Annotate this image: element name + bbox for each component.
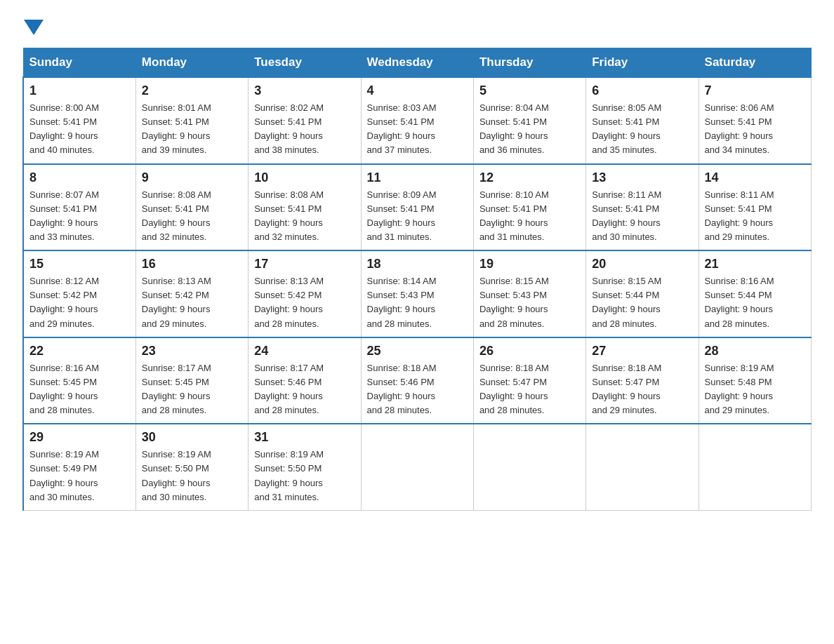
col-header-wednesday: Wednesday [361, 48, 473, 78]
day-info: Sunrise: 8:09 AMSunset: 5:41 PMDaylight:… [367, 189, 437, 242]
day-number: 7 [705, 83, 805, 98]
col-header-sunday: Sunday [23, 48, 135, 78]
day-number: 12 [479, 170, 580, 185]
day-info: Sunrise: 8:07 AMSunset: 5:41 PMDaylight:… [29, 189, 99, 242]
day-number: 18 [367, 257, 468, 271]
calendar-cell: 8 Sunrise: 8:07 AMSunset: 5:41 PMDayligh… [23, 164, 135, 251]
day-number: 17 [254, 257, 355, 271]
day-info: Sunrise: 8:14 AMSunset: 5:43 PMDaylight:… [367, 276, 437, 328]
day-info: Sunrise: 8:06 AMSunset: 5:41 PMDaylight:… [705, 102, 774, 155]
calendar-cell: 6 Sunrise: 8:05 AMSunset: 5:41 PMDayligh… [586, 77, 699, 164]
day-number: 5 [479, 83, 580, 98]
calendar-cell: 26 Sunrise: 8:18 AMSunset: 5:47 PMDaylig… [473, 337, 585, 424]
day-number: 14 [705, 170, 805, 185]
calendar-cell: 22 Sunrise: 8:16 AMSunset: 5:45 PMDaylig… [23, 337, 135, 424]
day-number: 10 [254, 170, 355, 185]
calendar-cell: 24 Sunrise: 8:17 AMSunset: 5:46 PMDaylig… [249, 337, 361, 424]
day-number: 22 [29, 344, 130, 358]
day-info: Sunrise: 8:08 AMSunset: 5:41 PMDaylight:… [254, 189, 324, 242]
day-info: Sunrise: 8:13 AMSunset: 5:42 PMDaylight:… [142, 276, 211, 328]
calendar-cell: 2 Sunrise: 8:01 AMSunset: 5:41 PMDayligh… [135, 77, 248, 164]
day-number: 28 [705, 344, 805, 358]
page-header [22, 17, 812, 34]
calendar-week-1: 1 Sunrise: 8:00 AMSunset: 5:41 PMDayligh… [23, 77, 812, 164]
calendar-cell: 17 Sunrise: 8:13 AMSunset: 5:42 PMDaylig… [249, 250, 361, 337]
day-info: Sunrise: 8:15 AMSunset: 5:43 PMDaylight:… [479, 276, 549, 328]
col-header-friday: Friday [586, 48, 699, 78]
day-info: Sunrise: 8:16 AMSunset: 5:45 PMDaylight:… [29, 363, 99, 415]
day-info: Sunrise: 8:15 AMSunset: 5:44 PMDaylight:… [592, 276, 661, 328]
calendar-cell: 4 Sunrise: 8:03 AMSunset: 5:41 PMDayligh… [361, 77, 473, 164]
day-number: 30 [142, 430, 242, 445]
calendar-cell: 21 Sunrise: 8:16 AMSunset: 5:44 PMDaylig… [699, 250, 811, 337]
logo-triangle-icon [24, 20, 44, 35]
day-number: 31 [254, 430, 355, 445]
day-number: 2 [142, 83, 242, 98]
calendar-cell: 25 Sunrise: 8:18 AMSunset: 5:46 PMDaylig… [361, 337, 473, 424]
day-number: 8 [29, 170, 130, 185]
day-number: 16 [142, 257, 242, 271]
calendar-cell: 16 Sunrise: 8:13 AMSunset: 5:42 PMDaylig… [135, 250, 248, 337]
calendar-week-2: 8 Sunrise: 8:07 AMSunset: 5:41 PMDayligh… [23, 164, 812, 251]
day-info: Sunrise: 8:18 AMSunset: 5:47 PMDaylight:… [592, 363, 661, 415]
day-info: Sunrise: 8:19 AMSunset: 5:48 PMDaylight:… [705, 363, 774, 415]
day-info: Sunrise: 8:08 AMSunset: 5:41 PMDaylight:… [142, 189, 211, 242]
logo [22, 17, 44, 34]
day-number: 25 [367, 344, 468, 358]
day-info: Sunrise: 8:03 AMSunset: 5:41 PMDaylight:… [367, 102, 437, 155]
day-info: Sunrise: 8:19 AMSunset: 5:49 PMDaylight:… [29, 449, 99, 502]
calendar-cell [699, 424, 811, 510]
day-info: Sunrise: 8:17 AMSunset: 5:46 PMDaylight:… [254, 363, 324, 415]
day-number: 20 [592, 257, 692, 271]
day-info: Sunrise: 8:00 AMSunset: 5:41 PMDaylight:… [29, 102, 99, 155]
calendar-cell [361, 424, 473, 510]
calendar-table: SundayMondayTuesdayWednesdayThursdayFrid… [22, 48, 812, 511]
day-number: 29 [29, 430, 130, 445]
day-info: Sunrise: 8:13 AMSunset: 5:42 PMDaylight:… [254, 276, 324, 328]
day-info: Sunrise: 8:18 AMSunset: 5:46 PMDaylight:… [367, 363, 437, 415]
day-info: Sunrise: 8:12 AMSunset: 5:42 PMDaylight:… [29, 276, 99, 328]
calendar-cell: 31 Sunrise: 8:19 AMSunset: 5:50 PMDaylig… [249, 424, 361, 510]
calendar-header: SundayMondayTuesdayWednesdayThursdayFrid… [23, 48, 812, 78]
calendar-cell: 15 Sunrise: 8:12 AMSunset: 5:42 PMDaylig… [23, 250, 135, 337]
calendar-week-4: 22 Sunrise: 8:16 AMSunset: 5:45 PMDaylig… [23, 337, 812, 424]
col-header-thursday: Thursday [473, 48, 585, 78]
day-info: Sunrise: 8:01 AMSunset: 5:41 PMDaylight:… [142, 102, 211, 155]
calendar-cell: 14 Sunrise: 8:11 AMSunset: 5:41 PMDaylig… [699, 164, 811, 251]
day-number: 11 [367, 170, 468, 185]
day-number: 24 [254, 344, 355, 358]
day-number: 6 [592, 83, 692, 98]
calendar-cell: 18 Sunrise: 8:14 AMSunset: 5:43 PMDaylig… [361, 250, 473, 337]
day-info: Sunrise: 8:02 AMSunset: 5:41 PMDaylight:… [254, 102, 324, 155]
day-number: 3 [254, 83, 355, 98]
day-number: 1 [29, 83, 130, 98]
calendar-cell: 27 Sunrise: 8:18 AMSunset: 5:47 PMDaylig… [586, 337, 699, 424]
calendar-cell [473, 424, 585, 510]
col-header-tuesday: Tuesday [249, 48, 361, 78]
day-info: Sunrise: 8:17 AMSunset: 5:45 PMDaylight:… [142, 363, 211, 415]
day-number: 13 [592, 170, 692, 185]
day-info: Sunrise: 8:11 AMSunset: 5:41 PMDaylight:… [592, 189, 661, 242]
calendar-cell [586, 424, 699, 510]
calendar-week-3: 15 Sunrise: 8:12 AMSunset: 5:42 PMDaylig… [23, 250, 812, 337]
calendar-cell: 12 Sunrise: 8:10 AMSunset: 5:41 PMDaylig… [473, 164, 585, 251]
day-number: 9 [142, 170, 242, 185]
day-info: Sunrise: 8:10 AMSunset: 5:41 PMDaylight:… [479, 189, 549, 242]
col-header-saturday: Saturday [699, 48, 811, 78]
calendar-cell: 13 Sunrise: 8:11 AMSunset: 5:41 PMDaylig… [586, 164, 699, 251]
col-header-monday: Monday [135, 48, 248, 78]
day-info: Sunrise: 8:18 AMSunset: 5:47 PMDaylight:… [479, 363, 549, 415]
calendar-cell: 30 Sunrise: 8:19 AMSunset: 5:50 PMDaylig… [135, 424, 248, 510]
calendar-cell: 5 Sunrise: 8:04 AMSunset: 5:41 PMDayligh… [473, 77, 585, 164]
calendar-cell: 7 Sunrise: 8:06 AMSunset: 5:41 PMDayligh… [699, 77, 811, 164]
day-number: 27 [592, 344, 692, 358]
calendar-cell: 29 Sunrise: 8:19 AMSunset: 5:49 PMDaylig… [23, 424, 135, 510]
calendar-cell: 19 Sunrise: 8:15 AMSunset: 5:43 PMDaylig… [473, 250, 585, 337]
day-number: 4 [367, 83, 468, 98]
day-number: 21 [705, 257, 805, 271]
calendar-cell: 20 Sunrise: 8:15 AMSunset: 5:44 PMDaylig… [586, 250, 699, 337]
calendar-cell: 1 Sunrise: 8:00 AMSunset: 5:41 PMDayligh… [23, 77, 135, 164]
day-info: Sunrise: 8:11 AMSunset: 5:41 PMDaylight:… [705, 189, 774, 242]
day-info: Sunrise: 8:04 AMSunset: 5:41 PMDaylight:… [479, 102, 549, 155]
day-number: 15 [29, 257, 130, 271]
